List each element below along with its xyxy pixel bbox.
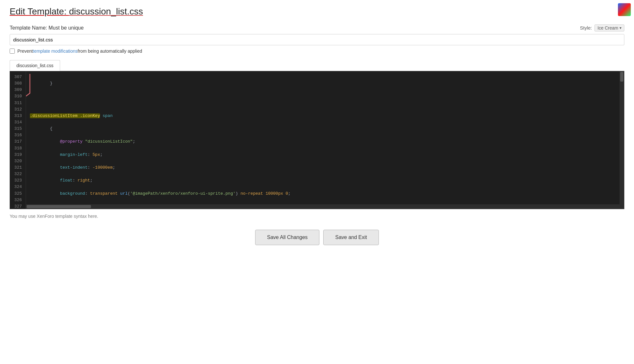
style-selector: Style: Ice Cream ▾ — [580, 24, 624, 31]
template-name-input[interactable] — [10, 34, 624, 45]
style-dropdown[interactable]: Ice Cream ▾ — [594, 24, 624, 31]
title-file: discussion_list.css — [69, 6, 143, 16]
footer-buttons: Save All Changes Save and Exit — [10, 222, 624, 255]
editor-inner: 307 308 309 310 311 312 313 314 315 316 … — [10, 71, 624, 209]
style-label: Style: Ice Cream ▾ — [580, 25, 624, 31]
template-name-hint: Must be unique — [49, 25, 84, 31]
tab-bar: discussion_list.css — [10, 60, 624, 71]
chevron-down-icon: ▾ — [620, 26, 621, 30]
form-section: Template Name: Must be unique Style: Ice… — [10, 24, 624, 54]
scrollbar-thumb-v[interactable] — [620, 72, 623, 82]
prevent-modifications-checkbox[interactable] — [10, 49, 15, 54]
template-name-row: Template Name: Must be unique Style: Ice… — [10, 24, 624, 31]
title-prefix: Edit Template: — [10, 6, 69, 16]
save-all-changes-button[interactable]: Save All Changes — [255, 230, 319, 245]
scrollbar-thumb-h[interactable] — [27, 205, 91, 208]
style-value: Ice Cream — [597, 25, 618, 31]
vertical-scrollbar[interactable] — [620, 71, 624, 209]
prevent-modifications-row: Prevent template modifications from bein… — [10, 49, 624, 54]
save-and-exit-button[interactable]: Save and Exit — [323, 230, 379, 245]
line-numbers: 307 308 309 310 311 312 313 314 315 316 … — [10, 71, 26, 209]
code-editor[interactable]: 307 308 309 310 311 312 313 314 315 316 … — [10, 71, 624, 209]
page-wrapper: Edit Template: discussion_list.css Templ… — [0, 0, 634, 364]
template-name-label: Template Name: — [10, 25, 47, 31]
template-name-label-group: Template Name: Must be unique — [10, 25, 84, 31]
code-content[interactable]: } .discussionListItem .iconKey span { @p… — [26, 71, 624, 209]
prevent-label-after: from being automatically applied — [78, 49, 142, 54]
page-title: Edit Template: discussion_list.css — [10, 6, 624, 17]
template-modifications-link[interactable]: template modifications — [33, 49, 77, 54]
app-icon — [618, 3, 631, 16]
prevent-label-before: Prevent — [17, 49, 33, 54]
horizontal-scrollbar[interactable] — [26, 204, 620, 209]
hint-text: You may use XenForo template syntax here… — [10, 214, 624, 219]
tab-discussion-list-css[interactable]: discussion_list.css — [10, 60, 60, 71]
